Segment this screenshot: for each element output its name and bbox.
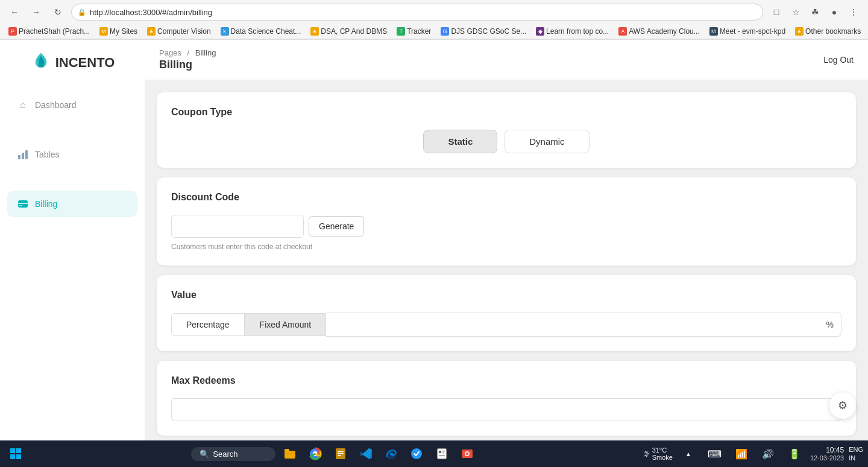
bookmark-otherbookmarks[interactable]: ★ Other bookmarks [791, 26, 864, 37]
value-input[interactable] [326, 313, 826, 336]
discount-code-row: Generate [171, 215, 841, 238]
bookmark-icon-dsacpdbms: ★ [310, 27, 319, 36]
header: Pages / Billing Billing Log Out [145, 40, 868, 80]
percentage-button[interactable]: Percentage [171, 313, 245, 336]
breadcrumb: Pages / Billing [159, 48, 216, 57]
bookmark-mysites[interactable]: M My Sites [96, 26, 141, 37]
taskbar-volume-button[interactable]: 🔊 [757, 443, 779, 465]
sidebar-item-billing[interactable]: Billing [7, 191, 137, 217]
taskbar-chrome-button[interactable] [304, 443, 326, 465]
bookmark-pracheth[interactable]: P PrachetShah (Prach... [5, 26, 93, 37]
bookmark-icon-mysites: M [99, 27, 108, 36]
svg-rect-12 [285, 449, 289, 451]
bookmark-label-computervision: Computer Vision [157, 27, 211, 36]
svg-rect-21 [439, 451, 441, 453]
bookmark-meetevm[interactable]: M Meet - evm-spct-kpd [706, 26, 789, 37]
fixed-amount-button[interactable]: Fixed Amount [245, 313, 327, 336]
address-bar[interactable]: 🔒 http://localhost:3000/#/admin/billing [71, 4, 763, 21]
svg-rect-3 [25, 150, 28, 159]
max-redeems-input[interactable] [171, 398, 841, 421]
incento-logo-icon [30, 52, 52, 74]
taskbar-search-icon: 🔍 [200, 450, 209, 459]
svg-rect-7 [10, 448, 15, 453]
vscode-icon [359, 447, 373, 460]
svg-rect-16 [338, 451, 344, 453]
back-button[interactable]: ← [6, 4, 23, 21]
taskbar-notion-button[interactable] [431, 443, 453, 465]
bookmark-dsacpdbms[interactable]: ★ DSA, CP And DBMS [307, 26, 391, 37]
taskbar-up-arrow[interactable]: ▲ [678, 443, 699, 465]
header-title-section: Pages / Billing Billing [159, 48, 216, 71]
refresh-button[interactable]: ↻ [49, 4, 66, 21]
value-title: Value [171, 290, 841, 300]
taskbar-todo-button[interactable] [406, 443, 427, 465]
sidebar-item-label-tables: Tables [35, 150, 59, 159]
breadcrumb-current: Billing [195, 48, 216, 57]
sidebar: INCENTO ⌂ Dashboard Tables [0, 40, 145, 440]
sidebar-item-tables[interactable]: Tables [7, 141, 137, 168]
bookmark-learntop[interactable]: ◆ Learn from top co... [532, 26, 612, 37]
sidebar-logo: INCENTO [18, 52, 127, 74]
svg-point-0 [38, 64, 44, 67]
taskbar-clock[interactable]: 10:45 12-03-2023 [810, 446, 844, 462]
svg-rect-8 [16, 448, 21, 453]
taskbar-search[interactable]: 🔍 Search [191, 447, 275, 461]
sidebar-item-label-billing: Billing [35, 199, 57, 209]
bookmark-button[interactable]: ☆ [787, 4, 804, 21]
value-suffix: % [826, 320, 841, 329]
main-content: Pages / Billing Billing Log Out Coupon T… [145, 40, 868, 440]
svg-rect-17 [338, 453, 344, 454]
discount-hint: Customers must enter this code at checko… [171, 243, 841, 251]
bookmark-djsgdsc[interactable]: G DJS GDSC GSoC Se... [437, 26, 530, 37]
todo-icon [410, 447, 423, 460]
generate-button[interactable]: Generate [309, 216, 364, 237]
bookmark-icon-learntop: ◆ [536, 27, 544, 36]
discount-code-card: Discount Code Generate Customers must en… [157, 177, 856, 265]
taskbar-battery-button[interactable]: 🔋 [784, 443, 805, 465]
taskbar-explorer-button[interactable] [279, 443, 301, 465]
taskbar-network-button[interactable]: 📶 [731, 443, 752, 465]
screenshot-button[interactable]: □ [768, 4, 785, 21]
extensions-button[interactable]: ☘ [807, 4, 823, 21]
bookmark-label-tracker: Tracker [407, 27, 431, 36]
logout-button[interactable]: Log Out [823, 55, 854, 65]
svg-rect-22 [442, 451, 445, 452]
sidebar-item-dashboard[interactable]: ⌂ Dashboard [7, 92, 137, 118]
breadcrumb-separator: / [187, 48, 190, 57]
taskbar-keyboard-button[interactable]: ⌨ [704, 443, 726, 465]
start-button[interactable] [5, 443, 27, 465]
url-text: http://localhost:3000/#/admin/billing [90, 8, 212, 17]
breadcrumb-pages[interactable]: Pages [159, 48, 181, 57]
profile-button[interactable]: ● [826, 4, 843, 21]
max-redeems-title: Max Redeems [171, 375, 841, 386]
taskbar-region: IN [849, 454, 863, 462]
max-redeems-card: Max Redeems [157, 361, 856, 436]
svg-rect-11 [285, 451, 295, 459]
value-card: Value Percentage Fixed Amount % [157, 275, 856, 351]
taskbar-lang-region: ENG IN [849, 445, 863, 463]
taskbar-vscode-button[interactable] [355, 443, 377, 465]
settings-fab[interactable]: ⚙ [829, 392, 856, 419]
taskbar-files-button[interactable] [330, 443, 351, 465]
notion-icon [435, 447, 448, 460]
svg-point-19 [411, 448, 422, 459]
bookmark-icon-awsacademy: A [618, 27, 627, 36]
bookmark-label-learntop: Learn from top co... [546, 27, 609, 36]
security-icon: 🔒 [78, 8, 86, 16]
bookmark-tracker[interactable]: T Tracker [393, 26, 435, 37]
coupon-static-button[interactable]: Static [423, 130, 497, 153]
forward-button[interactable]: → [28, 4, 45, 21]
taskbar-search-label: Search [213, 450, 237, 459]
menu-button[interactable]: ⋮ [845, 4, 862, 21]
bookmark-awsacademy[interactable]: A AWS Academy Clou... [615, 26, 703, 37]
bookmark-computervision[interactable]: ★ Computer Vision [143, 26, 215, 37]
taskbar-edge-button[interactable] [380, 443, 402, 465]
coupon-type-card: Coupon Type Static Dynamic [157, 92, 856, 168]
weather-condition: Smoke [652, 454, 673, 461]
bookmark-datasciencecheat[interactable]: k Data Science Cheat... [217, 26, 305, 37]
discount-code-input[interactable] [171, 215, 304, 238]
bookmark-icon-datasciencecheat: k [221, 27, 229, 36]
coupon-dynamic-button[interactable]: Dynamic [505, 130, 589, 153]
coupon-type-buttons: Static Dynamic [171, 130, 841, 153]
taskbar-capture-button[interactable] [456, 443, 478, 465]
